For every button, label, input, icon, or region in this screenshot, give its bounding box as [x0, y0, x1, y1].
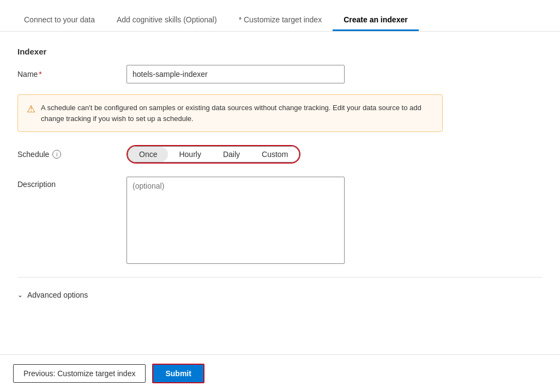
description-label: Description: [17, 177, 127, 189]
required-star: *: [39, 70, 41, 79]
name-row: Name*: [17, 65, 543, 83]
advanced-options-row[interactable]: ⌄ Advanced options: [17, 286, 543, 304]
top-nav: Connect to your data Add cognitive skill…: [0, 0, 560, 32]
warning-icon: ⚠: [27, 103, 35, 115]
schedule-row: Schedule i Once Hourly Daily Custom: [17, 145, 543, 164]
advanced-label: Advanced options: [27, 291, 88, 299]
divider: [17, 277, 543, 278]
section-title: Indexer: [17, 47, 543, 56]
schedule-label: Schedule i: [17, 150, 127, 159]
chevron-down-icon: ⌄: [17, 291, 23, 299]
schedule-options: Once Hourly Daily Custom: [128, 146, 299, 162]
main-content: Indexer Name* ⚠ A schedule can't be conf…: [0, 32, 560, 319]
schedule-daily[interactable]: Daily: [212, 147, 251, 162]
schedule-options-wrapper: Once Hourly Daily Custom: [127, 145, 300, 164]
description-textarea[interactable]: [127, 177, 345, 264]
name-label: Name*: [17, 70, 127, 79]
alert-text: A schedule can't be configured on sample…: [41, 102, 433, 124]
schedule-once[interactable]: Once: [128, 147, 168, 162]
info-icon[interactable]: i: [52, 150, 61, 159]
submit-button[interactable]: Submit: [152, 364, 204, 383]
footer: Previous: Customize target index Submit: [0, 354, 560, 392]
alert-box: ⚠ A schedule can't be configured on samp…: [17, 94, 443, 132]
description-row: Description: [17, 177, 543, 264]
schedule-custom[interactable]: Custom: [251, 147, 299, 162]
tab-indexer[interactable]: Create an indexer: [333, 10, 419, 31]
prev-button[interactable]: Previous: Customize target index: [13, 364, 146, 383]
schedule-hourly[interactable]: Hourly: [168, 147, 212, 162]
tab-connect[interactable]: Connect to your data: [13, 10, 106, 31]
name-input[interactable]: [127, 65, 345, 83]
tab-cognitive[interactable]: Add cognitive skills (Optional): [106, 10, 228, 31]
tab-customize[interactable]: * Customize target index: [228, 10, 333, 31]
